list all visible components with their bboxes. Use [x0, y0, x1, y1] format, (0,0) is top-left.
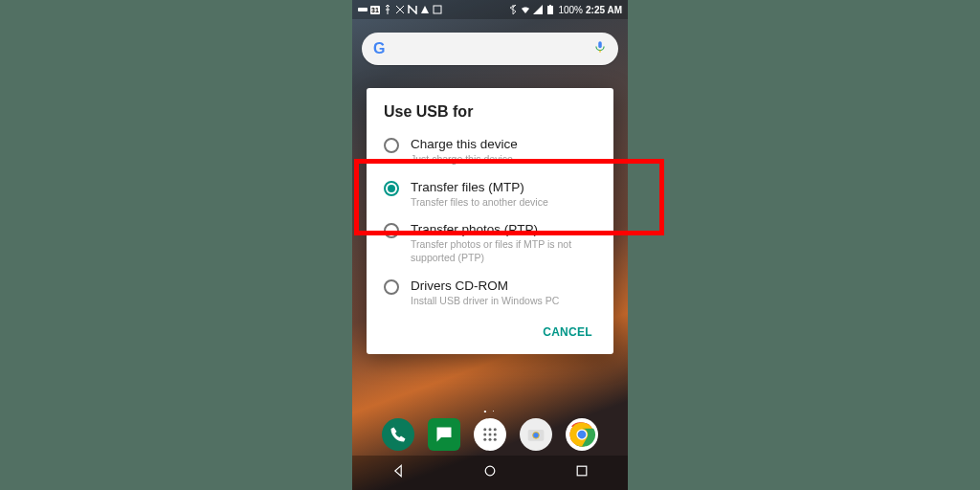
svg-point-22: [485, 466, 495, 476]
mic-icon[interactable]: [593, 40, 607, 57]
option-drivers[interactable]: Drivers CD-ROM Install USB driver in Win…: [367, 272, 613, 315]
option-sub: Just charge this device: [411, 153, 596, 167]
status-bar: 31 100% 2:25 AM: [352, 0, 628, 19]
back-button[interactable]: [390, 463, 406, 482]
option-sub: Transfer photos or files if MTP is not s…: [411, 238, 596, 264]
svg-point-9: [483, 434, 486, 436]
google-logo-icon: G: [373, 40, 385, 57]
option-mtp[interactable]: Transfer files (MTP) Transfer files to a…: [367, 173, 613, 216]
recents-button[interactable]: [574, 463, 590, 482]
svg-rect-3: [549, 5, 551, 6]
svg-point-12: [483, 438, 486, 441]
warning-icon: [420, 5, 430, 14]
search-bar-container: G: [352, 19, 628, 73]
notification-icon: [358, 5, 368, 14]
option-sub: Install USB driver in Windows PC: [411, 295, 596, 308]
wifi-icon: [521, 5, 530, 14]
messages-app-icon[interactable]: [428, 418, 460, 451]
radio-icon: [384, 181, 399, 196]
usb-dialog: Use USB for Charge this device Just char…: [367, 88, 613, 354]
phone-frame: 31 100% 2:25 AM G Use USB for: [352, 0, 628, 490]
home-button[interactable]: [482, 463, 498, 482]
option-ptp[interactable]: Transfer photos (PTP) Transfer photos or…: [367, 215, 613, 271]
app-drawer-icon[interactable]: [474, 418, 506, 451]
svg-rect-0: [358, 8, 368, 11]
svg-point-8: [494, 428, 497, 431]
radio-icon: [384, 138, 399, 153]
battery-icon: [546, 5, 555, 14]
option-charge[interactable]: Charge this device Just charge this devi…: [367, 130, 613, 173]
svg-point-11: [494, 434, 497, 436]
camera-app-icon[interactable]: [520, 418, 552, 451]
clock: 2:25 AM: [586, 5, 622, 15]
n-icon: [408, 5, 417, 14]
svg-point-6: [483, 428, 486, 431]
chrome-app-icon[interactable]: [566, 418, 598, 451]
option-sub: Transfer files to another device: [411, 196, 596, 210]
usb-icon: [383, 5, 392, 14]
svg-point-10: [489, 434, 492, 436]
bluetooth-icon: [508, 5, 518, 14]
google-search-bar[interactable]: G: [362, 33, 618, 65]
battery-pct: 100%: [558, 5, 583, 15]
radio-icon: [384, 279, 399, 295]
signal-icon: [533, 5, 543, 14]
option-label: Transfer photos (PTP): [411, 222, 596, 236]
option-label: Drivers CD-ROM: [411, 278, 596, 293]
cancel-button[interactable]: CANCEL: [535, 320, 600, 345]
nav-bar: [352, 456, 628, 490]
svg-rect-1: [434, 6, 441, 13]
scissors-icon: [395, 5, 405, 14]
screenshot-icon: [433, 5, 442, 14]
search-input[interactable]: [392, 42, 586, 56]
option-label: Charge this device: [411, 137, 596, 151]
svg-rect-23: [577, 466, 587, 476]
dock: [352, 413, 628, 456]
radio-icon: [384, 223, 399, 238]
svg-rect-2: [547, 6, 553, 14]
svg-rect-4: [598, 41, 602, 48]
svg-point-7: [489, 428, 492, 431]
option-label: Transfer files (MTP): [411, 180, 596, 194]
phone-app-icon[interactable]: [382, 418, 414, 451]
date-badge: 31: [370, 6, 380, 14]
svg-point-21: [578, 431, 587, 439]
dialog-title: Use USB for: [367, 103, 613, 130]
svg-point-14: [494, 438, 497, 441]
svg-point-13: [489, 438, 492, 441]
